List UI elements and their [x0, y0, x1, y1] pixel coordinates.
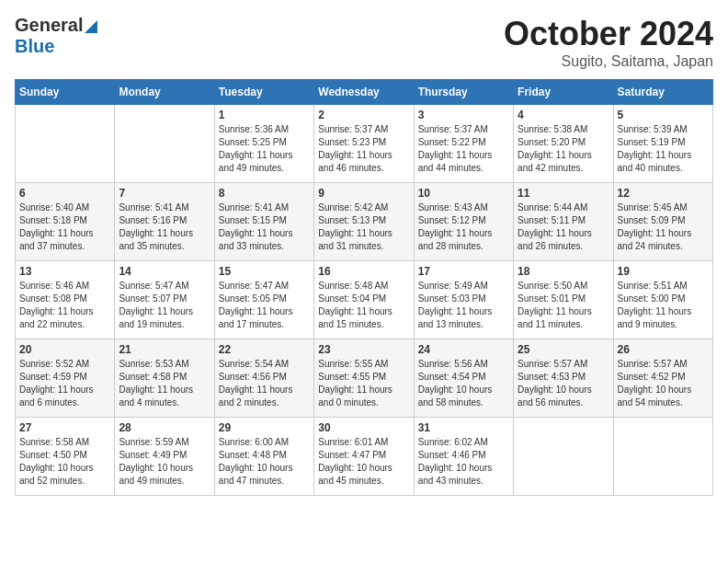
day-number: 29: [219, 421, 310, 434]
calendar-cell: 4Sunrise: 5:38 AM Sunset: 5:20 PM Daylig…: [514, 105, 613, 183]
calendar-cell: 18Sunrise: 5:50 AM Sunset: 5:01 PM Dayli…: [514, 261, 613, 339]
day-number: 28: [119, 421, 210, 434]
day-number: 26: [618, 343, 709, 356]
day-detail: Sunrise: 5:40 AM Sunset: 5:18 PM Dayligh…: [19, 201, 110, 253]
calendar-cell: 15Sunrise: 5:47 AM Sunset: 5:05 PM Dayli…: [214, 261, 313, 339]
day-number: 14: [119, 265, 210, 278]
calendar-cell: [115, 105, 214, 183]
day-detail: Sunrise: 5:50 AM Sunset: 5:01 PM Dayligh…: [518, 280, 609, 331]
day-detail: Sunrise: 5:58 AM Sunset: 4:50 PM Dayligh…: [19, 436, 110, 488]
day-detail: Sunrise: 5:52 AM Sunset: 4:59 PM Dayligh…: [19, 358, 110, 409]
day-number: 18: [518, 265, 609, 278]
day-number: 2: [318, 109, 409, 121]
calendar-cell: 11Sunrise: 5:44 AM Sunset: 5:11 PM Dayli…: [514, 183, 613, 261]
day-detail: Sunrise: 5:36 AM Sunset: 5:25 PM Dayligh…: [219, 123, 310, 175]
day-detail: Sunrise: 5:39 AM Sunset: 5:19 PM Dayligh…: [618, 123, 709, 175]
day-number: 16: [318, 265, 409, 278]
day-detail: Sunrise: 5:43 AM Sunset: 5:12 PM Dayligh…: [418, 201, 509, 253]
location-title: Sugito, Saitama, Japan: [504, 53, 713, 70]
calendar-cell: 23Sunrise: 5:55 AM Sunset: 4:55 PM Dayli…: [314, 339, 414, 418]
calendar-table: SundayMondayTuesdayWednesdayThursdayFrid…: [15, 79, 713, 496]
day-number: 19: [618, 265, 709, 278]
day-detail: Sunrise: 5:41 AM Sunset: 5:15 PM Dayligh…: [219, 201, 310, 253]
page-header: General Blue October 2024 Sugito, Saitam…: [15, 15, 713, 70]
day-number: 6: [19, 187, 110, 200]
day-detail: Sunrise: 5:37 AM Sunset: 5:23 PM Dayligh…: [318, 123, 409, 175]
logo: General Blue: [15, 15, 97, 57]
day-detail: Sunrise: 5:59 AM Sunset: 4:49 PM Dayligh…: [119, 436, 210, 488]
calendar-cell: 21Sunrise: 5:53 AM Sunset: 4:58 PM Dayli…: [115, 339, 214, 418]
day-number: 15: [219, 265, 310, 278]
calendar-cell: 22Sunrise: 5:54 AM Sunset: 4:56 PM Dayli…: [214, 339, 313, 418]
day-number: 7: [119, 187, 210, 200]
day-number: 9: [318, 187, 409, 200]
day-number: 31: [418, 421, 509, 434]
header-saturday: Saturday: [613, 80, 712, 105]
day-number: 17: [418, 265, 509, 278]
title-block: October 2024 Sugito, Saitama, Japan: [504, 15, 713, 70]
day-number: 27: [19, 421, 110, 434]
day-detail: Sunrise: 5:54 AM Sunset: 4:56 PM Dayligh…: [219, 358, 310, 409]
calendar-cell: 2Sunrise: 5:37 AM Sunset: 5:23 PM Daylig…: [314, 105, 414, 183]
calendar-cell: 28Sunrise: 5:59 AM Sunset: 4:49 PM Dayli…: [115, 418, 214, 496]
calendar-cell: 25Sunrise: 5:57 AM Sunset: 4:53 PM Dayli…: [514, 339, 613, 418]
day-number: 21: [119, 343, 210, 356]
day-number: 22: [219, 343, 310, 356]
header-tuesday: Tuesday: [214, 80, 313, 105]
day-number: 1: [219, 109, 310, 121]
day-number: 5: [618, 109, 709, 121]
calendar-cell: 6Sunrise: 5:40 AM Sunset: 5:18 PM Daylig…: [16, 183, 115, 261]
logo-general-text: General: [15, 15, 83, 36]
day-detail: Sunrise: 5:51 AM Sunset: 5:00 PM Dayligh…: [618, 280, 709, 331]
day-number: 10: [418, 187, 509, 200]
calendar-cell: [16, 105, 115, 183]
day-number: 11: [518, 187, 609, 200]
logo-arrow-icon: [85, 20, 97, 33]
day-detail: Sunrise: 5:47 AM Sunset: 5:05 PM Dayligh…: [219, 280, 310, 331]
calendar-week-row: 27Sunrise: 5:58 AM Sunset: 4:50 PM Dayli…: [16, 418, 713, 496]
day-detail: Sunrise: 5:56 AM Sunset: 4:54 PM Dayligh…: [418, 358, 509, 409]
calendar-cell: 16Sunrise: 5:48 AM Sunset: 5:04 PM Dayli…: [314, 261, 414, 339]
day-detail: Sunrise: 5:49 AM Sunset: 5:03 PM Dayligh…: [418, 280, 509, 331]
calendar-cell: 13Sunrise: 5:46 AM Sunset: 5:08 PM Dayli…: [16, 261, 115, 339]
day-number: 13: [19, 265, 110, 278]
calendar-cell: 12Sunrise: 5:45 AM Sunset: 5:09 PM Dayli…: [613, 183, 712, 261]
calendar-cell: 1Sunrise: 5:36 AM Sunset: 5:25 PM Daylig…: [214, 105, 313, 183]
day-detail: Sunrise: 5:41 AM Sunset: 5:16 PM Dayligh…: [119, 201, 210, 253]
calendar-header-row: SundayMondayTuesdayWednesdayThursdayFrid…: [16, 80, 713, 105]
calendar-cell: 8Sunrise: 5:41 AM Sunset: 5:15 PM Daylig…: [214, 183, 313, 261]
day-detail: Sunrise: 6:01 AM Sunset: 4:47 PM Dayligh…: [318, 436, 409, 488]
logo-blue-text: Blue: [15, 36, 54, 56]
day-detail: Sunrise: 5:53 AM Sunset: 4:58 PM Dayligh…: [119, 358, 210, 409]
calendar-cell: [613, 418, 712, 496]
calendar-week-row: 20Sunrise: 5:52 AM Sunset: 4:59 PM Dayli…: [16, 339, 713, 418]
calendar-week-row: 6Sunrise: 5:40 AM Sunset: 5:18 PM Daylig…: [16, 183, 713, 261]
day-detail: Sunrise: 5:57 AM Sunset: 4:53 PM Dayligh…: [518, 358, 609, 409]
day-number: 24: [418, 343, 509, 356]
day-number: 20: [19, 343, 110, 356]
day-detail: Sunrise: 5:37 AM Sunset: 5:22 PM Dayligh…: [418, 123, 509, 175]
day-number: 12: [618, 187, 709, 200]
calendar-cell: [514, 418, 613, 496]
day-detail: Sunrise: 5:45 AM Sunset: 5:09 PM Dayligh…: [618, 201, 709, 253]
day-detail: Sunrise: 5:44 AM Sunset: 5:11 PM Dayligh…: [518, 201, 609, 253]
calendar-week-row: 13Sunrise: 5:46 AM Sunset: 5:08 PM Dayli…: [16, 261, 713, 339]
day-number: 30: [318, 421, 409, 434]
day-detail: Sunrise: 5:48 AM Sunset: 5:04 PM Dayligh…: [318, 280, 409, 331]
calendar-cell: 3Sunrise: 5:37 AM Sunset: 5:22 PM Daylig…: [414, 105, 513, 183]
calendar-cell: 9Sunrise: 5:42 AM Sunset: 5:13 PM Daylig…: [314, 183, 414, 261]
day-detail: Sunrise: 6:00 AM Sunset: 4:48 PM Dayligh…: [219, 436, 310, 488]
day-number: 4: [518, 109, 609, 121]
calendar-cell: 5Sunrise: 5:39 AM Sunset: 5:19 PM Daylig…: [613, 105, 712, 183]
day-number: 8: [219, 187, 310, 200]
day-detail: Sunrise: 5:47 AM Sunset: 5:07 PM Dayligh…: [119, 280, 210, 331]
day-number: 23: [318, 343, 409, 356]
day-detail: Sunrise: 5:38 AM Sunset: 5:20 PM Dayligh…: [518, 123, 609, 175]
day-detail: Sunrise: 5:46 AM Sunset: 5:08 PM Dayligh…: [19, 280, 110, 331]
calendar-cell: 30Sunrise: 6:01 AM Sunset: 4:47 PM Dayli…: [314, 418, 414, 496]
calendar-cell: 27Sunrise: 5:58 AM Sunset: 4:50 PM Dayli…: [16, 418, 115, 496]
header-wednesday: Wednesday: [314, 80, 414, 105]
calendar-cell: 26Sunrise: 5:57 AM Sunset: 4:52 PM Dayli…: [613, 339, 712, 418]
calendar-week-row: 1Sunrise: 5:36 AM Sunset: 5:25 PM Daylig…: [16, 105, 713, 183]
header-friday: Friday: [514, 80, 613, 105]
